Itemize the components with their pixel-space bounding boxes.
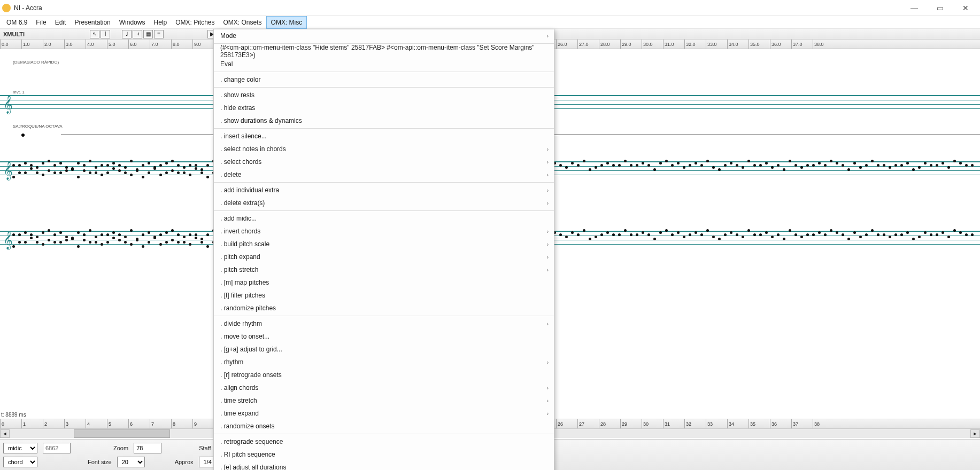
menu-omx-onsets[interactable]: OMX: Onsets — [219, 17, 266, 28]
submenu-arrow-icon: › — [547, 229, 549, 234]
menu-item[interactable]: . change color — [214, 73, 554, 86]
menu-item[interactable]: . show rests — [214, 89, 554, 101]
menu-windows[interactable]: Windows — [115, 17, 150, 28]
menu-item[interactable]: . delete extra(s)› — [214, 197, 554, 209]
submenu-arrow-icon: › — [547, 159, 549, 165]
ruler-tick: 32.0 — [684, 40, 706, 49]
ruler-tick: 3.0 — [64, 40, 86, 49]
close-button[interactable]: ✕ — [953, 0, 978, 16]
ruler-tick: 38 — [813, 419, 834, 428]
menu-item[interactable]: . add individual extra› — [214, 184, 554, 197]
ruler-tick: 28.0 — [599, 40, 620, 49]
minimize-button[interactable]: — — [902, 0, 927, 16]
menu-item[interactable]: . time expand› — [214, 407, 554, 420]
menu-item[interactable]: . time stretch› — [214, 394, 554, 407]
mode-select[interactable]: midic — [3, 443, 37, 453]
menu-item[interactable]: . add midic... — [214, 212, 554, 225]
menu-edit[interactable]: Edit — [51, 17, 71, 28]
menu-om-6-9[interactable]: OM 6.9 — [2, 17, 32, 28]
menu-item[interactable]: . [f] filter pitches — [214, 289, 554, 302]
staff-annotation-a: (DEMASIADO RÁPIDO) — [13, 60, 59, 65]
window-title: NI - Accra — [14, 4, 902, 12]
ruler-tick: 37.0 — [791, 40, 813, 49]
menu-item[interactable]: . RI pitch sequence — [214, 448, 554, 461]
ruler-tick: 8 — [171, 419, 192, 428]
ruler-tick: 6 — [128, 419, 150, 428]
menu-item[interactable]: . pitch expand› — [214, 250, 554, 263]
menu-presentation[interactable]: Presentation — [70, 17, 114, 28]
scroll-thumb[interactable] — [74, 429, 170, 438]
staff-annotation-b: mvt. 1 — [13, 90, 25, 95]
submenu-arrow-icon: › — [547, 398, 549, 404]
submenu-arrow-icon: › — [547, 241, 549, 247]
menu-item[interactable]: . select chords› — [214, 155, 554, 168]
ruler-tick: 1 — [21, 419, 43, 428]
ruler-tick: 26.0 — [556, 40, 577, 49]
menu-separator — [214, 316, 554, 316]
ruler-tick: 35 — [748, 419, 770, 428]
menu-item[interactable]: . pitch stretch› — [214, 263, 554, 276]
ruler-tick: 4 — [86, 419, 107, 428]
ruler-tick: 9 — [192, 419, 214, 428]
scroll-left-button[interactable]: ◄ — [0, 429, 10, 438]
grid-tool-button[interactable]: ▦ — [143, 30, 153, 38]
object-select[interactable]: chord — [3, 457, 37, 467]
ruler-tick: 34 — [727, 419, 748, 428]
menu-item[interactable]: . [g+a] adjust to grid... — [214, 343, 554, 356]
menu-omx-misc[interactable]: OMX: Misc — [266, 16, 307, 29]
submenu-arrow-icon: › — [547, 254, 549, 260]
menu-item[interactable]: . [e] adjust all durations — [214, 461, 554, 470]
submenu-arrow-icon: › — [547, 146, 549, 152]
zoom-field[interactable] — [134, 443, 161, 453]
note-tool-button[interactable]: ♩ — [122, 30, 132, 38]
submenu-arrow-icon: › — [547, 172, 549, 178]
omx-misc-menu[interactable]: Mode›(#<om-api::om-menu-item-class "Hide… — [213, 29, 554, 470]
menu-item[interactable]: . retrograde sequence — [214, 435, 554, 448]
maximize-button[interactable]: ▭ — [928, 0, 952, 16]
submenu-arrow-icon: › — [547, 321, 549, 327]
menu-item[interactable]: . insert silence... — [214, 130, 554, 143]
menu-item[interactable]: . rhythm› — [214, 356, 554, 369]
list-tool-button[interactable]: ≡ — [154, 30, 164, 38]
menu-item[interactable]: . [m] map pitches — [214, 276, 554, 289]
fontsize-label: Font size — [88, 459, 112, 465]
zoom-label: Zoom — [113, 445, 128, 451]
ruler-tick: 27 — [577, 419, 599, 428]
arrow-tool-button[interactable]: ↖ — [90, 30, 99, 38]
midic-field — [43, 443, 71, 453]
menu-help[interactable]: Help — [149, 17, 171, 28]
ruler-tick: 5.0 — [107, 40, 128, 49]
ruler-tick: 34.0 — [727, 40, 748, 49]
menu-item[interactable]: . hide extras — [214, 101, 554, 114]
time-status-label: t: 8889 ms — [1, 412, 26, 418]
menu-item[interactable]: . move to onset... — [214, 330, 554, 343]
menu-item[interactable]: . select notes in chords› — [214, 143, 554, 155]
menu-item[interactable]: . randomize onsets — [214, 420, 554, 433]
ruler-tick: 33.0 — [706, 40, 727, 49]
menu-item[interactable]: . randomize pitches — [214, 302, 554, 315]
menu-item[interactable]: . divide rhythm› — [214, 317, 554, 330]
submenu-arrow-icon: › — [547, 359, 549, 365]
menu-item[interactable]: . align chords› — [214, 381, 554, 394]
menu-item[interactable]: . show durations & dynamics — [214, 114, 554, 127]
submenu-arrow-icon: › — [547, 267, 549, 273]
scroll-right-button[interactable]: ► — [970, 429, 980, 438]
menu-bar: OM 6.9FileEditPresentationWindowsHelpOMX… — [0, 16, 980, 29]
menu-separator — [214, 182, 554, 183]
fontsize-select[interactable]: 20 — [117, 457, 145, 467]
menu-item[interactable]: . build pitch scale› — [214, 238, 554, 250]
menu-item[interactable]: (#<om-api::om-menu-item-class "Hide stem… — [214, 45, 554, 58]
rest-tool-button[interactable]: 𝄽 — [133, 30, 142, 38]
ruler-tick: 35.0 — [748, 40, 770, 49]
text-tool-button[interactable]: I — [101, 30, 110, 38]
menu-item[interactable]: . invert chords› — [214, 225, 554, 238]
menu-item[interactable]: Mode› — [214, 29, 554, 42]
menu-item[interactable]: Eval — [214, 58, 554, 70]
app-icon — [2, 4, 11, 12]
staff-label: Staff — [199, 445, 211, 451]
menu-file[interactable]: File — [32, 17, 50, 28]
menu-omx-pitches[interactable]: OMX: Pitches — [171, 17, 219, 28]
menu-item[interactable]: . [r] retrograde onsets — [214, 369, 554, 381]
panel-mode-label: XMULTI — [3, 31, 25, 37]
menu-item[interactable]: . delete› — [214, 168, 554, 181]
